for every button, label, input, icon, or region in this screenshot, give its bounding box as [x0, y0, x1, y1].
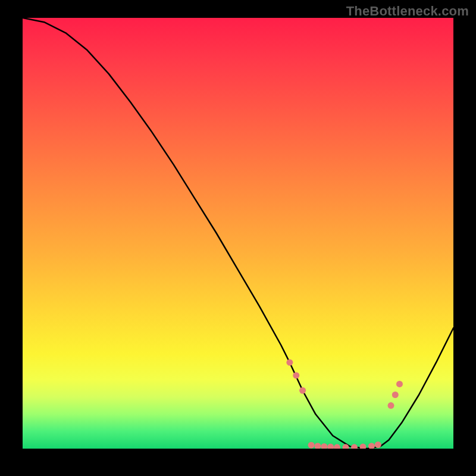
plot-area — [23, 18, 453, 449]
watermark-text: TheBottleneck.com — [346, 4, 469, 19]
chart-frame: TheBottleneck.com — [0, 0, 476, 476]
